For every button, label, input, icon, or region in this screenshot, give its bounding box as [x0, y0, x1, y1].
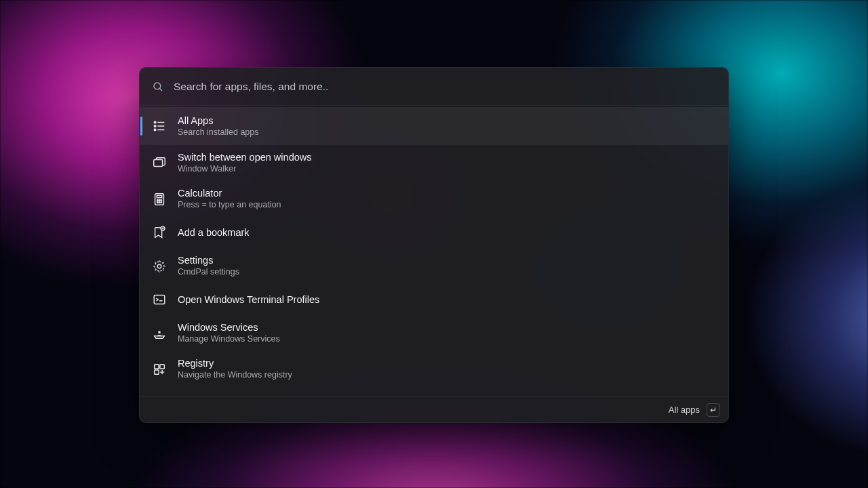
svg-point-11 — [157, 199, 158, 201]
command-palette: All Apps Search installed apps Switch be… — [139, 67, 729, 423]
svg-point-6 — [154, 129, 156, 131]
item-sub: CmdPal settings — [178, 267, 239, 278]
item-sub: Manage Windows Services — [178, 334, 280, 345]
item-registry[interactable]: Registry Navigate the Windows registry — [140, 351, 728, 387]
svg-point-16 — [161, 201, 162, 203]
terminal-icon — [152, 292, 167, 307]
services-icon — [152, 326, 167, 341]
windows-icon — [152, 156, 167, 171]
item-title: Settings — [178, 254, 239, 266]
svg-point-20 — [159, 331, 160, 333]
svg-rect-19 — [154, 296, 165, 304]
svg-point-0 — [154, 83, 161, 89]
results-list: All Apps Search installed apps Switch be… — [140, 106, 728, 396]
item-title: Calculator — [178, 187, 281, 199]
calculator-icon — [152, 192, 167, 207]
item-settings[interactable]: Settings CmdPal settings — [140, 248, 728, 284]
item-title: Open Windows Terminal Profiles — [178, 293, 319, 306]
footer: All apps ↵ — [140, 396, 728, 422]
search-icon — [152, 81, 164, 93]
svg-point-18 — [157, 264, 161, 268]
svg-rect-10 — [157, 195, 161, 197]
item-terminal-profiles[interactable]: Open Windows Terminal Profiles — [140, 284, 728, 315]
item-title: Registry — [178, 357, 292, 369]
svg-rect-21 — [155, 364, 159, 368]
item-window-walker[interactable]: Switch between open windows Window Walke… — [140, 145, 728, 181]
enter-key-icon: ↵ — [707, 403, 720, 417]
item-all-apps[interactable]: All Apps Search installed apps — [140, 107, 728, 145]
svg-rect-22 — [160, 364, 164, 368]
registry-icon — [152, 362, 167, 377]
svg-point-15 — [159, 201, 160, 203]
svg-line-1 — [159, 88, 162, 91]
item-add-bookmark[interactable]: Add a bookmark — [140, 217, 728, 248]
item-sub: Navigate the Windows registry — [178, 370, 292, 381]
item-title: Add a bookmark — [178, 226, 250, 239]
item-windows-services[interactable]: Windows Services Manage Windows Services — [140, 315, 728, 351]
svg-point-13 — [161, 199, 162, 201]
item-title: Switch between open windows — [178, 151, 311, 163]
item-sub: Search installed apps — [178, 127, 259, 138]
gear-icon — [152, 259, 167, 274]
search-row — [140, 68, 728, 106]
svg-point-12 — [159, 199, 160, 201]
item-calculator[interactable]: Calculator Press = to type an equation — [140, 181, 728, 217]
svg-point-4 — [154, 125, 156, 127]
svg-point-2 — [154, 121, 156, 123]
item-title: All Apps — [178, 115, 259, 127]
footer-action-label[interactable]: All apps — [669, 405, 700, 415]
svg-rect-23 — [155, 369, 159, 373]
search-input[interactable] — [174, 81, 716, 93]
svg-rect-8 — [154, 159, 163, 166]
item-sub: Window Walker — [178, 164, 311, 175]
bookmark-add-icon — [152, 225, 167, 240]
item-title: Windows Services — [178, 321, 280, 333]
item-sub: Press = to type an equation — [178, 200, 281, 211]
svg-point-14 — [157, 201, 158, 203]
list-icon — [152, 119, 167, 134]
